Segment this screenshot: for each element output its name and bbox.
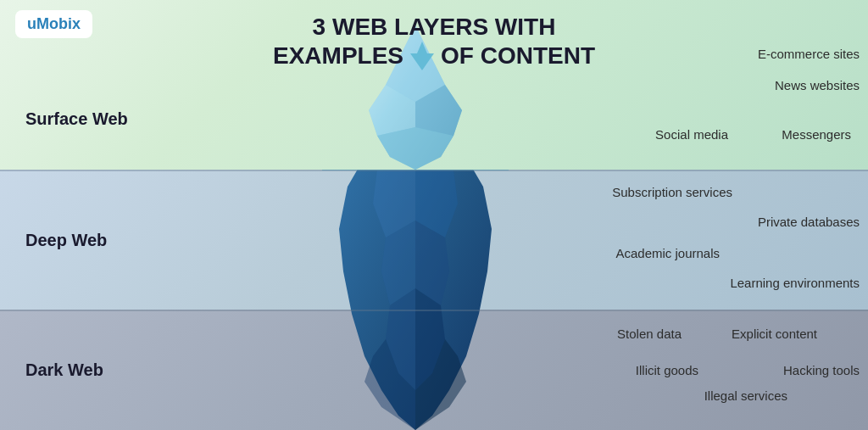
dark-label-text: Dark Web <box>25 360 103 379</box>
dark-label: Dark Web <box>0 360 103 380</box>
svg-marker-7 <box>377 127 453 170</box>
divider-surface-deep <box>0 170 868 171</box>
deep-label-text: Deep Web <box>25 230 107 249</box>
divider-deep-dark <box>0 310 868 311</box>
surface-label-text: Surface Web <box>25 109 128 128</box>
deep-label: Deep Web <box>0 230 107 249</box>
surface-label: Surface Web <box>0 109 128 129</box>
title-line1: 3 WEB LAYERS WITH <box>273 13 595 42</box>
title-post: OF CONTENT <box>441 42 595 70</box>
logo-text: uMobix <box>27 15 81 32</box>
title-line2: EXAMPLES OF CONTENT <box>273 42 595 70</box>
svg-marker-0 <box>410 42 434 70</box>
main-container: uMobix 3 WEB LAYERS WITH EXAMPLES OF CON… <box>0 0 868 430</box>
logo: uMobix <box>15 10 92 38</box>
page-title: 3 WEB LAYERS WITH EXAMPLES OF CONTENT <box>273 13 595 70</box>
iceberg-title-icon <box>410 42 434 70</box>
title-pre: EXAMPLES <box>273 42 403 70</box>
